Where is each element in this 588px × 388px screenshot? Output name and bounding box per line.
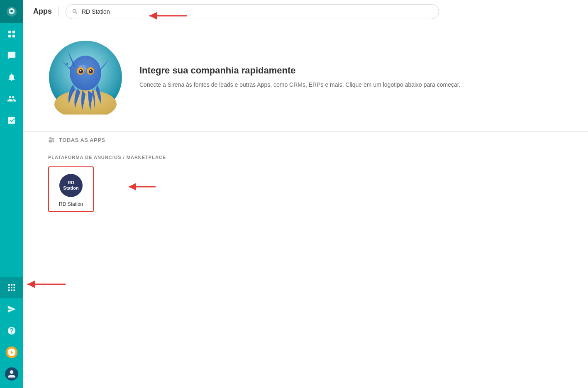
apps-section-title: PLATAFORMA DE ANÚNCIOS / MARKETPLACE <box>48 155 563 160</box>
sidebar <box>0 0 23 388</box>
svg-rect-4 <box>8 35 11 37</box>
sidebar-item-help[interactable] <box>0 320 23 342</box>
sidebar-item-contacts[interactable] <box>0 88 23 110</box>
apps-grid: RD Station RD Station <box>48 166 563 212</box>
topbar-divider <box>59 7 59 17</box>
svg-rect-3 <box>12 31 15 33</box>
rd-station-name: RD Station <box>59 201 83 207</box>
svg-rect-12 <box>8 290 10 291</box>
svg-point-24 <box>90 70 91 71</box>
sidebar-logo[interactable] <box>0 0 23 23</box>
apps-icon <box>48 137 55 143</box>
app-card-rd-station[interactable]: RD Station RD Station <box>48 166 94 212</box>
sidebar-item-notifications[interactable] <box>0 66 23 88</box>
svg-point-23 <box>80 70 81 71</box>
svg-rect-6 <box>8 284 10 286</box>
svg-rect-10 <box>11 287 12 288</box>
svg-rect-7 <box>11 284 12 286</box>
page-title: Apps <box>33 7 52 16</box>
avatar <box>5 367 18 381</box>
sidebar-item-dashboard[interactable] <box>0 23 23 45</box>
hero-description: Conecte a Sirena às fontes de leads e ou… <box>139 80 461 89</box>
rd-station-logo: RD Station <box>59 174 83 197</box>
hero-text: Integre sua companhia rapidamente Conect… <box>139 65 461 89</box>
hero-section: Integre sua companhia rapidamente Conect… <box>23 23 588 131</box>
sidebar-item-messages[interactable] <box>0 45 23 66</box>
svg-rect-5 <box>12 35 15 37</box>
sidebar-bottom <box>0 277 23 388</box>
search-bar[interactable] <box>66 4 439 19</box>
sidebar-item-apps[interactable] <box>0 277 23 298</box>
rd-station-logo-text: RD Station <box>63 180 78 191</box>
svg-point-1 <box>10 10 13 12</box>
hero-image <box>48 40 123 115</box>
svg-rect-8 <box>14 284 15 286</box>
svg-point-17 <box>70 56 101 90</box>
search-icon <box>72 8 78 15</box>
apps-section: PLATAFORMA DE ANÚNCIOS / MARKETPLACE RD … <box>23 148 588 219</box>
topbar: Apps <box>23 0 588 23</box>
svg-point-25 <box>66 63 68 65</box>
sidebar-item-tasks[interactable] <box>0 110 23 131</box>
sidebar-item-profile[interactable] <box>0 363 23 385</box>
svg-rect-2 <box>8 31 11 33</box>
content-area: Integre sua companhia rapidamente Conect… <box>23 23 588 388</box>
svg-rect-11 <box>14 287 15 288</box>
main-content: Apps <box>23 0 588 388</box>
search-input[interactable] <box>82 8 433 15</box>
hero-heading: Integre sua companhia rapidamente <box>139 65 461 76</box>
svg-rect-13 <box>11 290 12 291</box>
all-apps-label: TODAS AS APPS <box>59 137 105 143</box>
all-apps-section: TODAS AS APPS <box>23 131 588 148</box>
svg-rect-14 <box>14 290 15 291</box>
svg-point-26 <box>69 67 71 68</box>
sidebar-item-send[interactable] <box>0 298 23 320</box>
sidebar-item-status[interactable] <box>0 342 23 363</box>
svg-rect-9 <box>8 287 10 288</box>
